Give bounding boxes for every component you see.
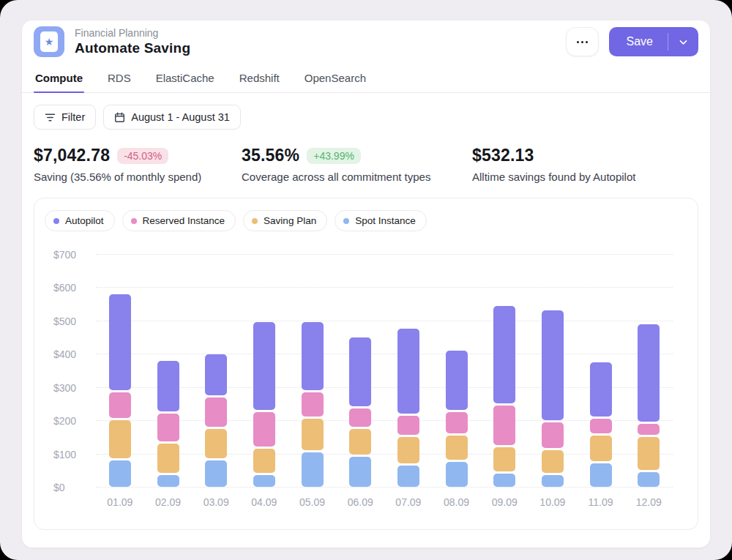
legend-item-reserved-instance[interactable]: Reserved Instance (122, 210, 236, 231)
bar-segment-autopilot[interactable] (638, 324, 660, 422)
bar-segment-autopilot[interactable] (590, 362, 612, 417)
bar-segment-spot-instance[interactable] (493, 474, 515, 486)
ellipsis-icon (586, 41, 588, 43)
tab-opensearch[interactable]: OpenSearch (303, 66, 367, 92)
x-tick-label: 07.09 (384, 496, 433, 508)
bar-segment-saving-plan[interactable] (109, 420, 131, 458)
bar-segment-reserved-instance[interactable] (397, 416, 419, 436)
bar-segment-reserved-instance[interactable] (638, 424, 660, 435)
bar-segment-spot-instance[interactable] (349, 457, 371, 486)
x-tick-label: 06.09 (336, 496, 384, 508)
bar-segment-saving-plan[interactable] (157, 444, 179, 473)
date-range-label: August 1 - August 31 (131, 111, 230, 123)
bar-segment-spot-instance[interactable] (157, 475, 179, 486)
bar-segment-spot-instance[interactable] (542, 475, 564, 486)
chart-legend: AutopilotReserved InstanceSaving PlanSpo… (45, 210, 687, 231)
bar-08.09 (433, 255, 481, 488)
bars-container (96, 255, 673, 488)
bar-segment-autopilot[interactable] (302, 322, 324, 389)
bar-10.09 (529, 255, 577, 488)
bar-segment-saving-plan[interactable] (302, 419, 324, 449)
filter-label: Filter (61, 111, 85, 123)
ellipsis-icon (581, 41, 583, 43)
bar-01.09 (96, 255, 144, 488)
y-tick-label: $0 (53, 482, 65, 493)
star-icon: ★ (40, 31, 58, 52)
bar-06.09 (336, 255, 384, 488)
save-split-button[interactable]: Save (609, 27, 698, 56)
bar-segment-spot-instance[interactable] (302, 452, 324, 487)
date-range-button[interactable]: August 1 - August 31 (103, 105, 241, 130)
bar-segment-saving-plan[interactable] (205, 429, 227, 458)
bar-segment-spot-instance[interactable] (205, 460, 227, 487)
bar-03.09 (192, 255, 240, 488)
bar-segment-spot-instance[interactable] (109, 460, 131, 487)
bar-segment-spot-instance[interactable] (397, 466, 419, 487)
legend-dot (53, 218, 59, 224)
bar-segment-autopilot[interactable] (349, 337, 371, 407)
bar-segment-reserved-instance[interactable] (157, 414, 179, 441)
bar-segment-reserved-instance[interactable] (302, 392, 324, 417)
x-tick-label: 04.09 (240, 496, 288, 508)
tab-redshift[interactable]: Redshift (238, 66, 281, 92)
bar-segment-reserved-instance[interactable] (109, 392, 131, 419)
y-tick-label: $100 (53, 449, 76, 460)
bar-segment-spot-instance[interactable] (638, 472, 660, 487)
page-header: ★ Financial Planning Automate Saving Sav… (22, 20, 710, 57)
bar-segment-reserved-instance[interactable] (349, 408, 371, 426)
bar-segment-autopilot[interactable] (253, 322, 275, 410)
bar-segment-autopilot[interactable] (157, 361, 179, 412)
legend-item-spot-instance[interactable]: Spot Instance (335, 210, 427, 231)
y-tick-label: $600 (53, 282, 76, 294)
bar-02.09 (144, 255, 193, 488)
bar-segment-saving-plan[interactable] (349, 429, 371, 455)
service-tabbar: Compute RDS ElastiCache Redshift OpenSea… (22, 66, 710, 93)
bar-segment-reserved-instance[interactable] (590, 419, 612, 433)
bar-segment-saving-plan[interactable] (253, 449, 275, 473)
bar-segment-spot-instance[interactable] (446, 462, 468, 486)
bar-segment-spot-instance[interactable] (253, 475, 275, 486)
bar-segment-reserved-instance[interactable] (542, 422, 564, 449)
tab-compute[interactable]: Compute (34, 66, 84, 92)
more-options-button[interactable] (566, 27, 599, 56)
stat-caption: Alltime savings found by Autopilot (472, 171, 635, 183)
stat-value: $532.13 (472, 146, 534, 165)
bar-segment-autopilot[interactable] (493, 306, 515, 403)
stat-caption: Coverage across all commitment types (242, 171, 472, 183)
bar-segment-autopilot[interactable] (446, 351, 468, 410)
tab-elasticache[interactable]: ElastiCache (154, 66, 216, 92)
filter-button[interactable]: Filter (34, 105, 96, 130)
x-tick-label: 05.09 (288, 496, 337, 508)
filter-lines-icon (45, 113, 56, 122)
x-tick-label: 10.09 (529, 496, 577, 508)
x-tick-label: 08.09 (433, 496, 481, 508)
bar-segment-autopilot[interactable] (542, 310, 564, 419)
legend-label: Saving Plan (264, 215, 316, 226)
legend-item-autopilot[interactable]: Autopilot (45, 210, 115, 231)
stat-value: 35.56% (242, 146, 299, 165)
bar-segment-reserved-instance[interactable] (253, 412, 275, 447)
tab-rds[interactable]: RDS (106, 66, 132, 92)
bar-segment-reserved-instance[interactable] (493, 406, 515, 445)
bar-segment-saving-plan[interactable] (397, 437, 419, 463)
bar-segment-saving-plan[interactable] (590, 436, 612, 462)
bar-segment-reserved-instance[interactable] (205, 397, 227, 427)
bar-12.09 (624, 255, 673, 488)
bar-segment-saving-plan[interactable] (493, 447, 515, 471)
bar-segment-autopilot[interactable] (397, 329, 419, 413)
bar-segment-autopilot[interactable] (205, 354, 227, 395)
x-tick-label: 09.09 (480, 496, 529, 508)
bar-segment-saving-plan[interactable] (542, 450, 564, 473)
bar-segment-spot-instance[interactable] (590, 463, 612, 486)
bar-segment-saving-plan[interactable] (638, 437, 660, 470)
bar-segment-reserved-instance[interactable] (446, 412, 468, 433)
bar-segment-saving-plan[interactable] (446, 436, 468, 460)
save-button-label[interactable]: Save (609, 27, 668, 56)
y-tick-label: $700 (53, 249, 76, 261)
bar-segment-autopilot[interactable] (109, 294, 131, 390)
x-axis-labels: 01.0902.0903.0904.0905.0906.0907.0908.09… (96, 496, 673, 508)
legend-item-saving-plan[interactable]: Saving Plan (243, 210, 327, 231)
save-dropdown-toggle[interactable] (668, 27, 698, 56)
main-card: ★ Financial Planning Automate Saving Sav… (22, 20, 710, 548)
savings-chart-card: AutopilotReserved InstanceSaving PlanSpo… (34, 198, 698, 530)
